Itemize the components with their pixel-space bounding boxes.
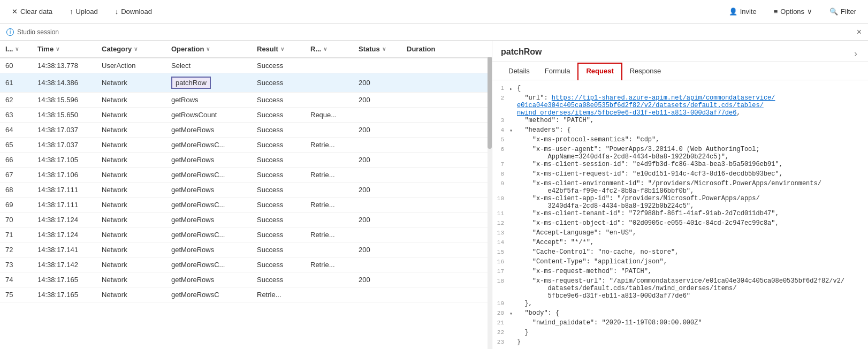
line-number: 6 [494, 146, 509, 153]
filter-button[interactable]: 🔍 Filter [826, 5, 859, 18]
table-row[interactable]: 7114:38:17.124NetworkgetMoreRowsC...Succ… [0, 227, 492, 242]
tab-details[interactable]: Details [501, 63, 537, 80]
code-line: 9 "x-ms-client-environment-id": "/provid… [492, 180, 868, 195]
table-row[interactable]: 7014:38:17.124NetworkgetMoreRowsSuccess2… [0, 213, 492, 227]
options-icon: ≡ [774, 7, 778, 16]
filter-label: Filter [841, 7, 856, 16]
code-line: 11 "x-ms-client-tenant-id": "72f988bf-86… [492, 210, 868, 219]
tab-formula[interactable]: Formula [537, 63, 578, 80]
invite-button[interactable]: 👤 Invite [726, 5, 760, 18]
download-button[interactable]: ↓ Download [112, 5, 155, 18]
line-content: "headers": { [517, 126, 866, 134]
line-expand-icon[interactable] [509, 210, 517, 211]
line-content: "Content-Type": "application/json", [517, 258, 866, 265]
line-expand-icon[interactable] [509, 338, 517, 339]
line-expand-icon[interactable] [509, 117, 517, 118]
filter-icon: 🔍 [829, 7, 838, 16]
tab-request[interactable]: Request [577, 63, 622, 80]
code-line: 23} [492, 338, 868, 348]
line-expand-icon[interactable] [509, 319, 517, 320]
line-expand-icon[interactable] [509, 329, 517, 330]
col-r-sort-icon[interactable]: ∨ [323, 46, 327, 52]
tabs-bar: Details Formula Request Response [492, 62, 868, 80]
line-expand-icon[interactable] [509, 180, 517, 181]
line-expand-icon[interactable] [509, 277, 517, 278]
col-category-sort-icon[interactable]: ∨ [134, 46, 138, 52]
table-row[interactable]: 6714:38:17.106NetworkgetMoreRowsC...Succ… [0, 168, 492, 183]
right-panel-title: patchRow [501, 47, 542, 61]
line-expand-icon[interactable]: ▾ [509, 309, 517, 317]
tab-response[interactable]: Response [622, 63, 669, 80]
col-status-label: Status [359, 45, 380, 53]
col-header-id: I...∨ [0, 41, 32, 58]
table-row[interactable]: 7514:38:17.165NetworkgetMoreRowsCRetrie.… [0, 287, 492, 302]
line-number: 15 [494, 248, 509, 255]
table-scroll[interactable]: I...∨ Time∨ Category∨ Operation∨ Result∨ [0, 41, 492, 349]
info-icon: i [6, 28, 14, 36]
col-header-category: Category∨ [96, 41, 166, 58]
line-expand-icon[interactable] [509, 239, 517, 240]
col-status-sort-icon[interactable]: ∨ [382, 46, 386, 52]
clear-data-button[interactable]: ✕ Clear data [9, 5, 56, 18]
col-header-time: Time∨ [32, 41, 96, 58]
line-expand-icon[interactable]: ▸ [509, 85, 517, 92]
table-row[interactable]: 6414:38:17.037NetworkgetMoreRowsSuccess2… [0, 123, 492, 138]
col-duration-label: Duration [407, 45, 435, 53]
line-expand-icon[interactable] [509, 94, 517, 95]
code-line: 19 }, [492, 300, 868, 309]
table-row[interactable]: 6914:38:17.111NetworkgetMoreRowsC...Succ… [0, 198, 492, 213]
line-expand-icon[interactable] [509, 248, 517, 249]
session-close-button[interactable]: × [857, 27, 862, 37]
line-content: "x-ms-client-environment-id": "/provider… [517, 180, 866, 195]
table-row[interactable]: 6514:38:17.037NetworkgetMoreRowsC...Succ… [0, 138, 492, 153]
line-expand-icon[interactable] [509, 258, 517, 259]
code-line: 17 "x-ms-request-method": "PATCH", [492, 268, 868, 277]
options-label: Options [780, 7, 804, 16]
options-button[interactable]: ≡ Options ∨ [771, 5, 816, 18]
table-row[interactable]: 6614:38:17.105NetworkgetMoreRowsSuccess2… [0, 153, 492, 168]
line-number: 20 [494, 309, 509, 316]
line-number: 13 [494, 229, 509, 236]
expand-icon[interactable]: › [852, 46, 859, 62]
line-expand-icon[interactable] [509, 229, 517, 230]
line-expand-icon[interactable] [509, 268, 517, 269]
operation-cell-highlight: patchRow [171, 77, 211, 89]
upload-label: Upload [75, 7, 97, 16]
col-operation-sort-icon[interactable]: ∨ [206, 46, 210, 52]
col-result-sort-icon[interactable]: ∨ [280, 46, 284, 52]
toolbar-right: 👤 Invite ≡ Options ∨ 🔍 Filter [726, 5, 859, 18]
line-expand-icon[interactable] [509, 136, 517, 137]
line-content: { [517, 85, 866, 92]
col-header-duration: Duration [401, 41, 492, 58]
line-content: } [517, 329, 866, 336]
col-header-result: Result∨ [252, 41, 305, 58]
line-content: "x-ms-user-agent": "PowerApps/3.20114.0 … [517, 146, 866, 161]
line-expand-icon[interactable]: ▾ [509, 126, 517, 134]
col-time-sort-icon[interactable]: ∨ [56, 46, 59, 52]
table-row[interactable]: 6014:38:13.778UserActionSelectSuccess [0, 58, 492, 73]
table-row[interactable]: 7414:38:17.165NetworkgetMoreRowsSuccess2… [0, 272, 492, 287]
line-expand-icon[interactable] [509, 161, 517, 162]
code-line: 1▸{ [492, 85, 868, 94]
session-info: i Studio session [6, 28, 59, 36]
line-expand-icon[interactable] [509, 170, 517, 171]
col-id-sort-icon[interactable]: ∨ [15, 46, 19, 52]
code-line: 8 "x-ms-client-request-id": "e10cd151-91… [492, 170, 868, 180]
upload-button[interactable]: ↑ Upload [66, 5, 101, 18]
line-number: 21 [494, 319, 509, 326]
line-expand-icon[interactable] [509, 146, 517, 147]
table-row[interactable]: 6114:38:14.386NetworkpatchRowSuccess200 [0, 73, 492, 93]
line-expand-icon[interactable] [509, 195, 517, 196]
col-id-label: I... [5, 45, 13, 53]
left-panel: I...∨ Time∨ Category∨ Operation∨ Result∨ [0, 41, 492, 349]
table-row[interactable]: 6314:38:15.650NetworkgetRowsCountSuccess… [0, 108, 492, 123]
scroll-track[interactable] [488, 41, 492, 349]
table-row[interactable]: 6214:38:15.596NetworkgetRowsSuccess200 [0, 93, 492, 108]
scroll-thumb[interactable] [488, 56, 492, 149]
code-area[interactable]: 1▸{2 "url": https://tip1-shared.azure-ap… [492, 80, 868, 349]
table-row[interactable]: 7314:38:17.142NetworkgetMoreRowsC...Succ… [0, 257, 492, 272]
line-expand-icon[interactable] [509, 300, 517, 301]
table-row[interactable]: 7214:38:17.141NetworkgetMoreRowsSuccess2… [0, 242, 492, 257]
line-expand-icon[interactable] [509, 219, 517, 221]
table-row[interactable]: 6814:38:17.111NetworkgetMoreRowsSuccess2… [0, 183, 492, 198]
